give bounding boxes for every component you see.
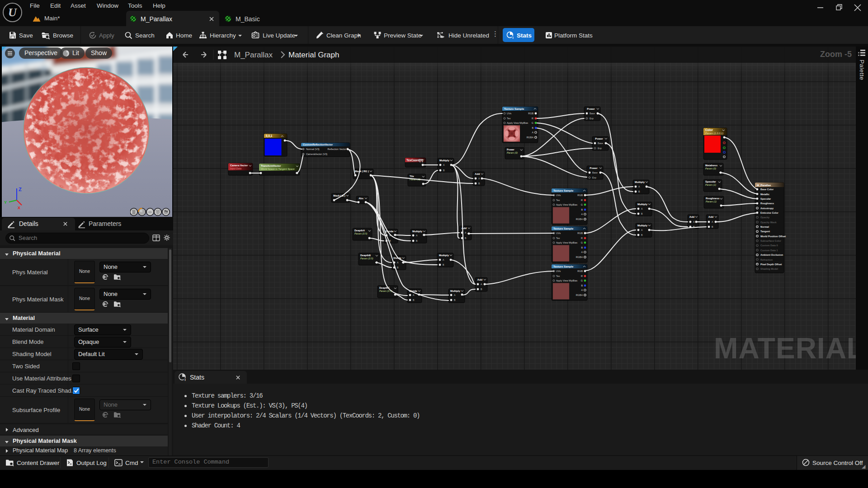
svg-text:Tile: Tile — [410, 175, 414, 178]
svg-text:A: A — [416, 234, 418, 237]
svg-text:Opacity: Opacity — [760, 216, 770, 219]
svg-text:B: B — [581, 284, 583, 287]
svg-text:Power: Power — [595, 137, 603, 140]
svg-text:A: A — [478, 177, 480, 180]
svg-text:Metallic: Metallic — [760, 193, 769, 196]
svg-text:Tangent: Tangent — [760, 230, 770, 233]
svg-text:Param (0.5): Param (0.5) — [354, 232, 368, 235]
svg-text:Param (1): Param (1) — [705, 183, 716, 186]
svg-text:DeapthA: DeapthA — [354, 229, 365, 232]
svg-text:Material Graph: Material Graph — [288, 51, 339, 59]
svg-text:Multiply: Multiply — [439, 254, 449, 257]
svg-text:Texture Sample: Texture Sample — [553, 189, 574, 192]
svg-text:Subsurface Color: Subsurface Color — [760, 239, 782, 242]
svg-text:B: B — [641, 212, 643, 215]
svg-text:A: A — [581, 213, 583, 216]
svg-text:G: G — [532, 122, 533, 124]
svg-text:UVs: UVs — [556, 194, 561, 197]
svg-text:G: G — [581, 241, 583, 244]
svg-text:World Position Offset: World Position Offset — [760, 235, 786, 238]
svg-text:World Space to Tangent Space: World Space to Tangent Space — [261, 168, 294, 170]
svg-text:Base: Base — [590, 112, 595, 115]
svg-text:Base: Base — [598, 142, 603, 145]
svg-text:Y: Y — [4, 200, 7, 205]
svg-text:Roughness: Roughness — [706, 197, 719, 200]
svg-text:Roughness: Roughness — [760, 202, 774, 205]
svg-text:Apply View MipBias: Apply View MipBias — [556, 203, 578, 206]
svg-text:TexCoord[0]: TexCoord[0] — [406, 159, 423, 162]
svg-text:Tex: Tex — [507, 117, 511, 120]
svg-text:A: A — [397, 261, 399, 264]
svg-text:A: A — [481, 283, 482, 286]
svg-text:Texture Sample: Texture Sample — [553, 265, 574, 268]
svg-text:B: B — [638, 190, 640, 193]
svg-text:Refraction: Refraction — [760, 258, 773, 261]
svg-text:A: A — [532, 131, 533, 134]
svg-text:Multiply: Multiply — [637, 224, 648, 227]
svg-text:A: A — [581, 289, 583, 291]
svg-text:Multiply: Multiply — [637, 203, 648, 206]
svg-text:Tex: Tex — [556, 275, 560, 277]
svg-text:A: A — [413, 294, 415, 296]
svg-text:TransformVector: TransformVector — [261, 164, 281, 167]
svg-text:Reflection Vector: Reflection Vector — [327, 148, 346, 150]
svg-text:Param (0): Param (0) — [507, 151, 518, 154]
svg-text:RGBA: RGBA — [527, 136, 534, 139]
svg-text:Apply View MipBias: Apply View MipBias — [556, 279, 578, 282]
svg-text:A: A — [581, 251, 583, 253]
svg-text:RGB: RGB — [577, 232, 583, 235]
svg-text:Mask ( RG ): Mask ( RG ) — [355, 170, 369, 173]
svg-text:Emissive Color: Emissive Color — [760, 211, 779, 214]
svg-text:R: R — [581, 199, 583, 202]
svg-text:UVs: UVs — [556, 270, 561, 272]
svg-text:RGB: RGB — [528, 112, 533, 115]
svg-text:A: A — [465, 231, 467, 234]
svg-text:A: A — [638, 185, 640, 188]
svg-text:X: X — [18, 206, 20, 210]
svg-text:B: B — [397, 266, 399, 269]
svg-text:CameraVector (V3): CameraVector (V3) — [306, 153, 327, 155]
svg-text:Apply View MipBias: Apply View MipBias — [507, 122, 528, 124]
svg-text:Normal (V3): Normal (V3) — [306, 148, 320, 150]
svg-text:A: A — [641, 207, 643, 210]
svg-text:G: G — [581, 279, 583, 282]
svg-text:R: R — [581, 275, 583, 277]
svg-text:RGBA: RGBA — [576, 218, 583, 221]
svg-text:RGBA: RGBA — [576, 294, 583, 296]
svg-text:A: A — [443, 164, 445, 166]
svg-text:i: i — [184, 377, 186, 381]
svg-text:Camera Vector: Camera Vector — [230, 164, 248, 167]
svg-text:i: i — [512, 36, 513, 39]
svg-text:Param (0.5): Param (0.5) — [360, 257, 373, 260]
svg-text:Power: Power — [590, 167, 598, 169]
svg-text:B: B — [641, 234, 643, 236]
svg-text:Param (1,0,0,1): Param (1,0,0,1) — [705, 132, 723, 135]
svg-text:B: B — [712, 225, 713, 228]
svg-text:Input Data: Input Data — [230, 167, 241, 170]
svg-text:Texture Sample: Texture Sample — [504, 108, 524, 110]
svg-text:A: A — [454, 294, 456, 296]
svg-text:G: G — [581, 203, 583, 206]
svg-text:B: B — [478, 182, 480, 185]
svg-text:Abs: Abs — [359, 197, 363, 200]
svg-text:RGB: RGB — [577, 270, 583, 272]
svg-text:Custom Data 1: Custom Data 1 — [760, 249, 778, 252]
svg-text:B: B — [454, 299, 456, 301]
svg-text:DeapthB: DeapthB — [360, 254, 371, 257]
svg-text:Texture Sample: Texture Sample — [553, 227, 574, 230]
svg-text:Shading Model: Shading Model — [760, 267, 778, 270]
svg-text:B: B — [465, 237, 467, 239]
svg-text:Exp: Exp — [592, 176, 596, 179]
svg-text:Param (1): Param (1) — [706, 200, 717, 203]
svg-text:B: B — [443, 169, 445, 172]
svg-text:Add: Add — [477, 278, 483, 281]
svg-text:M_Parallax: M_Parallax — [234, 51, 273, 59]
svg-text:B: B — [413, 299, 415, 301]
svg-text:Apply View MipBias: Apply View MipBias — [556, 241, 578, 244]
svg-text:A: A — [641, 229, 643, 231]
svg-text:UVs: UVs — [556, 232, 561, 235]
svg-text:UVs: UVs — [507, 112, 511, 115]
svg-text:B: B — [532, 127, 533, 129]
svg-text:Tex: Tex — [556, 237, 560, 239]
svg-text:Base: Base — [592, 171, 598, 174]
